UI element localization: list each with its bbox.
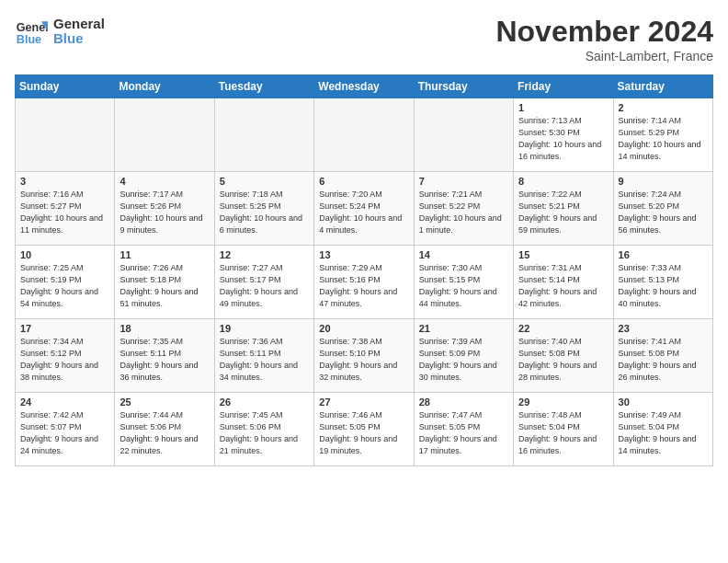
calendar-cell: 30Sunrise: 7:49 AMSunset: 5:04 PMDayligh…	[613, 393, 712, 466]
day-info: Sunrise: 7:27 AMSunset: 5:17 PMDaylight:…	[220, 262, 309, 310]
day-number: 8	[518, 176, 608, 187]
day-number: 2	[619, 102, 708, 113]
day-info: Sunrise: 7:40 AMSunset: 5:08 PMDaylight:…	[518, 336, 608, 384]
day-info: Sunrise: 7:25 AMSunset: 5:19 PMDaylight:…	[20, 262, 109, 310]
day-number: 13	[319, 249, 408, 260]
calendar-cell: 28Sunrise: 7:47 AMSunset: 5:05 PMDayligh…	[414, 393, 513, 466]
day-info: Sunrise: 7:46 AMSunset: 5:05 PMDaylight:…	[319, 409, 408, 457]
day-info: Sunrise: 7:13 AMSunset: 5:30 PMDaylight:…	[518, 115, 608, 163]
day-number: 7	[419, 176, 508, 187]
day-number: 26	[220, 396, 309, 408]
calendar-cell: 20Sunrise: 7:38 AMSunset: 5:10 PMDayligh…	[314, 319, 414, 393]
calendar-cell: 19Sunrise: 7:36 AMSunset: 5:11 PMDayligh…	[214, 319, 313, 393]
calendar-cell: 4Sunrise: 7:17 AMSunset: 5:26 PMDaylight…	[115, 172, 214, 246]
day-info: Sunrise: 7:21 AMSunset: 5:22 PMDaylight:…	[419, 189, 508, 236]
day-info: Sunrise: 7:36 AMSunset: 5:11 PMDaylight:…	[220, 336, 309, 384]
calendar-cell: 22Sunrise: 7:40 AMSunset: 5:08 PMDayligh…	[514, 319, 613, 393]
day-info: Sunrise: 7:14 AMSunset: 5:29 PMDaylight:…	[619, 115, 708, 163]
day-number: 5	[220, 176, 309, 187]
logo-icon: General Blue	[15, 15, 48, 48]
day-info: Sunrise: 7:24 AMSunset: 5:20 PMDaylight:…	[619, 189, 708, 236]
day-number: 3	[20, 176, 109, 187]
calendar-cell: 25Sunrise: 7:44 AMSunset: 5:06 PMDayligh…	[115, 393, 214, 466]
calendar-cell: 14Sunrise: 7:30 AMSunset: 5:15 PMDayligh…	[414, 246, 513, 319]
calendar-cell: 16Sunrise: 7:33 AMSunset: 5:13 PMDayligh…	[613, 246, 712, 319]
svg-text:Blue: Blue	[17, 33, 41, 46]
header-saturday: Saturday	[613, 75, 712, 98]
day-info: Sunrise: 7:30 AMSunset: 5:15 PMDaylight:…	[419, 262, 508, 310]
calendar-cell: 27Sunrise: 7:46 AMSunset: 5:05 PMDayligh…	[314, 393, 414, 466]
calendar-cell: 2Sunrise: 7:14 AMSunset: 5:29 PMDaylight…	[613, 98, 712, 172]
day-info: Sunrise: 7:17 AMSunset: 5:26 PMDaylight:…	[119, 189, 209, 236]
header-friday: Friday	[514, 75, 613, 98]
calendar-cell: 10Sunrise: 7:25 AMSunset: 5:19 PMDayligh…	[16, 246, 115, 319]
calendar-cell: 9Sunrise: 7:24 AMSunset: 5:20 PMDaylight…	[613, 172, 712, 246]
day-info: Sunrise: 7:45 AMSunset: 5:06 PMDaylight:…	[220, 409, 309, 457]
calendar-cell: 24Sunrise: 7:42 AMSunset: 5:07 PMDayligh…	[16, 393, 115, 466]
calendar-table: SundayMondayTuesdayWednesdayThursdayFrid…	[15, 75, 713, 466]
day-info: Sunrise: 7:16 AMSunset: 5:27 PMDaylight:…	[20, 189, 109, 236]
day-number: 14	[419, 249, 508, 260]
day-info: Sunrise: 7:44 AMSunset: 5:06 PMDaylight:…	[119, 409, 209, 457]
calendar-cell: 8Sunrise: 7:22 AMSunset: 5:21 PMDaylight…	[514, 172, 613, 246]
day-info: Sunrise: 7:22 AMSunset: 5:21 PMDaylight:…	[518, 189, 608, 236]
location: Saint-Lambert, France	[495, 49, 713, 63]
calendar-cell: 17Sunrise: 7:34 AMSunset: 5:12 PMDayligh…	[16, 319, 115, 393]
header-sunday: Sunday	[16, 75, 115, 98]
day-number: 11	[119, 249, 209, 260]
logo-blue: Blue	[53, 31, 105, 47]
calendar-cell	[214, 98, 313, 172]
day-info: Sunrise: 7:35 AMSunset: 5:11 PMDaylight:…	[119, 336, 209, 384]
day-info: Sunrise: 7:47 AMSunset: 5:05 PMDaylight:…	[419, 409, 508, 457]
calendar-cell: 15Sunrise: 7:31 AMSunset: 5:14 PMDayligh…	[514, 246, 613, 319]
day-info: Sunrise: 7:42 AMSunset: 5:07 PMDaylight:…	[20, 409, 109, 457]
calendar-cell: 26Sunrise: 7:45 AMSunset: 5:06 PMDayligh…	[214, 393, 313, 466]
calendar-cell: 7Sunrise: 7:21 AMSunset: 5:22 PMDaylight…	[414, 172, 513, 246]
calendar-cell	[115, 98, 214, 172]
day-info: Sunrise: 7:31 AMSunset: 5:14 PMDaylight:…	[518, 262, 608, 310]
day-number: 23	[619, 323, 708, 334]
day-info: Sunrise: 7:38 AMSunset: 5:10 PMDaylight:…	[319, 336, 408, 384]
logo: General Blue General Blue	[15, 15, 105, 48]
header-wednesday: Wednesday	[314, 75, 414, 98]
calendar-cell: 23Sunrise: 7:41 AMSunset: 5:08 PMDayligh…	[613, 319, 712, 393]
day-number: 22	[518, 323, 608, 334]
calendar-cell: 1Sunrise: 7:13 AMSunset: 5:30 PMDaylight…	[514, 98, 613, 172]
calendar-header: SundayMondayTuesdayWednesdayThursdayFrid…	[16, 75, 713, 98]
day-info: Sunrise: 7:33 AMSunset: 5:13 PMDaylight:…	[619, 262, 708, 310]
month-title: November 2024	[495, 15, 713, 49]
day-number: 21	[419, 323, 508, 334]
day-info: Sunrise: 7:34 AMSunset: 5:12 PMDaylight:…	[20, 336, 109, 384]
calendar-cell: 21Sunrise: 7:39 AMSunset: 5:09 PMDayligh…	[414, 319, 513, 393]
day-number: 28	[419, 396, 508, 408]
day-info: Sunrise: 7:29 AMSunset: 5:16 PMDaylight:…	[319, 262, 408, 310]
calendar-cell: 29Sunrise: 7:48 AMSunset: 5:04 PMDayligh…	[514, 393, 613, 466]
day-info: Sunrise: 7:26 AMSunset: 5:18 PMDaylight:…	[119, 262, 209, 310]
header-tuesday: Tuesday	[214, 75, 313, 98]
calendar-cell: 3Sunrise: 7:16 AMSunset: 5:27 PMDaylight…	[16, 172, 115, 246]
day-info: Sunrise: 7:20 AMSunset: 5:24 PMDaylight:…	[319, 189, 408, 236]
day-number: 19	[220, 323, 309, 334]
header-thursday: Thursday	[414, 75, 513, 98]
day-number: 12	[220, 249, 309, 260]
day-number: 6	[319, 176, 408, 187]
calendar-cell: 12Sunrise: 7:27 AMSunset: 5:17 PMDayligh…	[214, 246, 313, 319]
calendar-cell	[16, 98, 115, 172]
day-info: Sunrise: 7:49 AMSunset: 5:04 PMDaylight:…	[619, 409, 708, 457]
calendar-cell: 11Sunrise: 7:26 AMSunset: 5:18 PMDayligh…	[115, 246, 214, 319]
calendar-cell: 5Sunrise: 7:18 AMSunset: 5:25 PMDaylight…	[214, 172, 313, 246]
day-number: 18	[119, 323, 209, 334]
day-number: 17	[20, 323, 109, 334]
day-info: Sunrise: 7:18 AMSunset: 5:25 PMDaylight:…	[220, 189, 309, 236]
day-number: 20	[319, 323, 408, 334]
day-number: 25	[119, 396, 209, 408]
day-number: 15	[518, 249, 608, 260]
day-number: 16	[619, 249, 708, 260]
day-info: Sunrise: 7:41 AMSunset: 5:08 PMDaylight:…	[619, 336, 708, 384]
calendar-cell	[314, 98, 414, 172]
day-number: 10	[20, 249, 109, 260]
day-number: 24	[20, 396, 109, 408]
calendar-cell: 6Sunrise: 7:20 AMSunset: 5:24 PMDaylight…	[314, 172, 414, 246]
logo-general: General	[53, 17, 105, 32]
page-header: General Blue General Blue November 2024 …	[15, 15, 713, 63]
